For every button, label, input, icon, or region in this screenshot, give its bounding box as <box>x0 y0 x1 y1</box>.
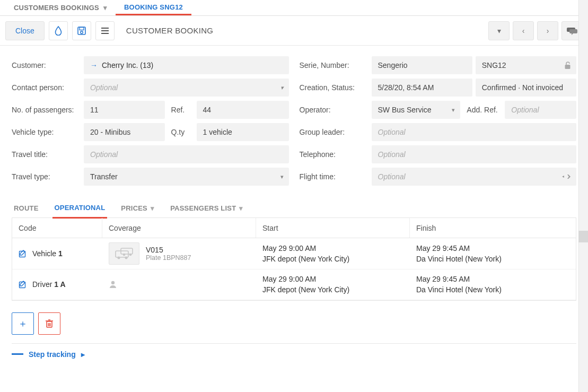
toolbar-title: CUSTOMER BOOKING <box>126 26 214 35</box>
label-passengers: No. of passengers: <box>12 106 84 114</box>
form-area: Customer: → Cherry Inc. (13) Contact per… <box>0 46 588 188</box>
scrollbar-thumb[interactable] <box>578 231 588 242</box>
serie-value: Sengerio <box>378 61 408 69</box>
creation-input: 5/28/20, 8:54 AM <box>372 79 472 97</box>
finish-place: Da Vinci Hotel (New York) <box>416 254 569 264</box>
edit-icon[interactable] <box>19 249 27 258</box>
placeholder-text: Optional <box>90 83 118 92</box>
qty-input[interactable]: 1 vehicle <box>197 123 289 141</box>
flight-time-input[interactable]: Optional <box>372 168 577 186</box>
operator-value: SW Bus Service <box>378 106 432 114</box>
status-input: Confirmed · Not invoiced <box>476 79 576 97</box>
edit-icon[interactable] <box>19 280 27 289</box>
menu-button[interactable] <box>95 21 115 40</box>
serie-input[interactable]: Sengerio <box>372 56 472 74</box>
th-start: Start <box>256 218 410 238</box>
svg-rect-1 <box>80 27 84 30</box>
addref-input[interactable]: Optional <box>505 101 576 119</box>
chat-icon <box>567 27 577 35</box>
svg-point-10 <box>125 257 128 259</box>
placeholder-text: Optional <box>378 150 406 159</box>
th-coverage: Coverage <box>102 218 256 238</box>
subtab-passengers-list[interactable]: PASSENGERS LIST ▾ <box>168 201 245 217</box>
finish-time: May 29 9:45 AM <box>416 243 569 254</box>
passengers-input[interactable]: 11 <box>84 101 165 119</box>
finish-time: May 29 9:45 AM <box>416 274 569 284</box>
caret-right-icon: ▸ <box>81 350 85 359</box>
ink-drop-button[interactable] <box>49 21 68 40</box>
close-button[interactable]: Close <box>5 21 45 40</box>
more-dropdown[interactable]: ▾ <box>488 21 510 40</box>
subtab-operational[interactable]: OPERATIONAL <box>52 201 108 219</box>
label-ref: Ref. <box>168 101 194 119</box>
qty-value: 1 vehicle <box>203 128 232 136</box>
placeholder-text: Optional <box>378 128 406 136</box>
tab-label: CUSTOMERS BOOKINGS <box>14 4 99 12</box>
svg-rect-6 <box>565 65 571 69</box>
subtab-prices[interactable]: PRICES ▾ <box>119 201 156 217</box>
status-value: Confirmed · Not invoiced <box>482 83 563 92</box>
code-bold: 1 A <box>54 280 65 289</box>
placeholder-text: Optional <box>511 106 539 114</box>
tab-label: PRICES <box>121 204 147 212</box>
vehicle-icon <box>113 246 135 261</box>
step-tracking-link[interactable]: Step tracking ▸ <box>12 343 576 359</box>
passengers-value: 11 <box>90 106 99 114</box>
table-row[interactable]: Vehicle 1 V015 Plate 1BPN887 May 29 9:0 <box>12 238 576 269</box>
svg-point-2 <box>80 31 83 33</box>
subtab-route[interactable]: ROUTE <box>12 201 41 217</box>
plane-icon <box>561 173 571 180</box>
add-button[interactable]: ＋ <box>12 312 34 335</box>
table-header: Code Coverage Start Finish <box>12 218 576 238</box>
caret-down-icon: ▾ <box>280 173 284 180</box>
vehicle-name: V015 <box>146 246 191 254</box>
start-place: JFK depot (New York City) <box>262 284 403 295</box>
travel-title-input[interactable]: Optional <box>84 145 289 163</box>
group-leader-input[interactable]: Optional <box>372 123 577 141</box>
label-qty: Q.ty <box>168 123 194 141</box>
code-bold: 1 <box>58 249 63 258</box>
label-travel-title: Travel title: <box>12 150 84 159</box>
save-button[interactable] <box>72 21 91 40</box>
start-place: JFK depot (New York City) <box>262 254 403 264</box>
save-icon <box>77 26 86 36</box>
svg-point-12 <box>123 254 126 256</box>
operator-select[interactable]: SW Bus Service ▾ <box>372 101 461 119</box>
caret-down-icon: ▾ <box>239 204 243 212</box>
step-line-icon <box>12 353 23 355</box>
label-telephone: Telephone: <box>300 150 372 159</box>
step-tracking-label: Step tracking <box>29 350 76 359</box>
number-input[interactable]: SNG12 <box>476 56 576 74</box>
telephone-input[interactable]: Optional <box>372 145 577 163</box>
table-row[interactable]: Driver 1 A May 29 9:00 AM JFK depot (New… <box>12 269 576 300</box>
user-icon <box>109 280 117 289</box>
prev-button[interactable]: ‹ <box>513 21 534 40</box>
tab-label: BOOKING SNG12 <box>124 3 183 11</box>
label-operator: Operator: <box>300 106 372 114</box>
delete-button[interactable] <box>38 312 60 335</box>
label-travel-type: Travel type: <box>12 172 84 181</box>
number-value: SNG12 <box>482 61 506 69</box>
label-serie: Serie, Number: <box>300 61 372 69</box>
label-vehtype: Vehicle type: <box>12 128 84 136</box>
caret-down-icon: ▾ <box>497 27 501 35</box>
contact-select[interactable]: Optional ▾ <box>84 79 289 97</box>
code-prefix: Vehicle <box>32 249 58 258</box>
sub-tabs: ROUTE OPERATIONAL PRICES ▾ PASSENGERS LI… <box>12 201 576 218</box>
finish-place: Da Vinci Hotel (New York) <box>416 284 569 295</box>
next-button[interactable]: › <box>537 21 558 40</box>
chevron-left-icon: ‹ <box>522 27 525 35</box>
vehtype-value: 20 - Minibus <box>90 128 130 136</box>
customer-field[interactable]: → Cherry Inc. (13) <box>84 56 289 74</box>
caret-down-icon: ▾ <box>151 204 154 212</box>
tab-booking-active[interactable]: BOOKING SNG12 <box>116 0 191 15</box>
tab-customers-bookings[interactable]: CUSTOMERS BOOKINGS ▾ <box>5 0 116 15</box>
unlock-icon <box>564 62 571 69</box>
creation-value: 5/28/20, 8:54 AM <box>378 83 434 92</box>
ref-input[interactable]: 44 <box>197 101 289 119</box>
travel-type-select[interactable]: Transfer ▾ <box>84 168 289 186</box>
scrollbar[interactable] <box>578 0 588 392</box>
placeholder-text: Optional <box>90 150 118 159</box>
drop-icon <box>54 26 63 36</box>
vehicle-type-input[interactable]: 20 - Minibus <box>84 123 165 141</box>
